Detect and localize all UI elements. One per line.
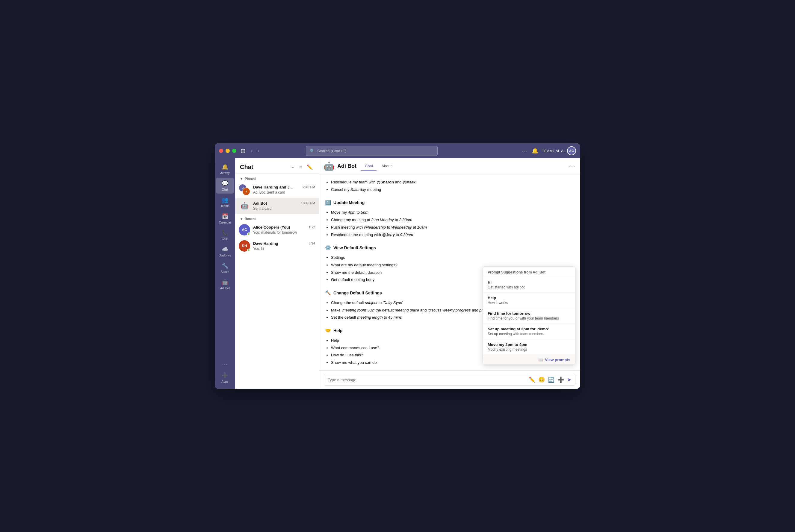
view-settings-title: View Default Settings <box>333 245 376 251</box>
sidebar-item-teams[interactable]: 👥 Teams <box>216 194 234 210</box>
sidebar-item-calls[interactable]: 📞 Calls <box>216 227 234 243</box>
chat-header-tabs: Chat About <box>361 162 395 171</box>
prompt-item-move-meeting[interactable]: Move my 2pm to 4pm Modify existing meeti… <box>483 339 575 355</box>
tab-about[interactable]: About <box>378 162 395 171</box>
alice-avatar: AC <box>239 224 250 235</box>
message-input[interactable] <box>328 378 526 382</box>
loop-icon[interactable]: 🔄 <box>548 376 555 383</box>
teams-label: Teams <box>220 204 229 208</box>
sidebar-nav: 🔔 Activity 💬 Chat 👥 Teams 📅 Calendar 📞 C… <box>215 158 235 389</box>
prompt-suggestions-title: Prompt Suggestions from Adi Bot <box>483 267 575 277</box>
calendar-label: Calendar <box>219 221 231 224</box>
search-bar[interactable]: 🔍 <box>306 146 438 156</box>
chat-more-options[interactable]: ··· <box>569 163 575 169</box>
forward-button[interactable]: › <box>255 147 260 155</box>
avatar-j: J <box>242 188 250 195</box>
sidebar-item-admin[interactable]: 🔧 Admin <box>216 260 234 276</box>
dave-time: 6/14 <box>309 242 315 245</box>
teams-icon: 👥 <box>222 196 228 203</box>
list-item: Reschedule the meeting with @Jerry to 9:… <box>331 232 574 238</box>
update-emoji-icon: 1️⃣ <box>325 199 331 207</box>
traffic-lights <box>219 149 236 153</box>
list-item: Reschedule my team with @Sharon and @Mar… <box>331 179 574 186</box>
titlebar-right: ··· 🔔 TEAMCAL AI AC <box>522 146 576 155</box>
adibot-label: Adi Bot <box>220 287 230 290</box>
prompt-item-find-time[interactable]: Find time for tomorrow Find time for you… <box>483 308 575 324</box>
sidebar-item-apps[interactable]: ➕ Apps <box>216 370 234 386</box>
message-input-area: ✏️ 😊 🔄 ➕ ➤ <box>319 370 580 389</box>
close-button[interactable] <box>219 149 223 153</box>
message-section-top: Reschedule my team with @Sharon and @Mar… <box>325 179 574 193</box>
chat-list-title: Chat <box>240 164 253 171</box>
send-button[interactable]: ➤ <box>567 376 572 383</box>
alice-chat-info: Alice Coopers (You) 10/2 You: materials … <box>253 225 315 235</box>
search-icon: 🔍 <box>310 148 315 153</box>
chat-item-dave-harding-pinned[interactable]: D J Dave Harding and J... 2:49 PM Adi Bo… <box>235 182 319 198</box>
chat-item-adi-bot-pinned[interactable]: 🤖 Adi Bot 10:48 PM Sent a card <box>235 198 319 214</box>
format-icon[interactable]: ✏️ <box>529 376 535 383</box>
sidebar-item-adibot[interactable]: 🤖 Adi Bot <box>216 277 234 292</box>
chat-icon: 💬 <box>222 180 228 187</box>
change-settings-title: Change Default Settings <box>333 290 382 296</box>
chat-list-panel: Chat ··· ≡ ✏️ ▼ Pinned D J Da <box>235 158 319 389</box>
dave-chat-info: Dave Harding 6/14 You: hi <box>253 241 315 251</box>
change-settings-emoji-icon: 🔨 <box>325 289 331 297</box>
user-profile[interactable]: TEAMCAL AI AC <box>542 146 576 155</box>
teams-logo-icon: ⊞ <box>240 147 246 154</box>
message-section-update: 1️⃣ Update Meeting Move my 4pm to 5pm Ch… <box>325 199 574 238</box>
chat-time: 2:49 PM <box>303 185 315 189</box>
sidebar-item-calendar[interactable]: 📅 Calendar <box>216 211 234 227</box>
tab-chat[interactable]: Chat <box>361 162 377 171</box>
chat-item-alice[interactable]: AC Alice Coopers (You) 10/2 You: materia… <box>235 222 319 238</box>
search-input[interactable] <box>317 149 434 153</box>
alice-preview: You: materials for tomorrow <box>253 230 297 234</box>
activity-label: Activity <box>220 171 230 175</box>
sidebar-item-chat[interactable]: 💬 Chat <box>216 178 234 194</box>
sidebar-item-more[interactable]: ··· <box>216 360 234 369</box>
titlebar: ⊞ ‹ › 🔍 ··· 🔔 TEAMCAL AI AC <box>215 143 580 158</box>
sidebar-item-onedrive[interactable]: ☁️ OneDrive <box>216 244 234 260</box>
more-options-icon[interactable]: ··· <box>522 148 528 154</box>
prompt-set-meeting-title: Set up meeting at 2pm for 'demo' <box>488 327 570 331</box>
prompt-item-set-meeting[interactable]: Set up meeting at 2pm for 'demo' Set up … <box>483 324 575 339</box>
attach-icon[interactable]: ➕ <box>558 376 564 383</box>
chat-header: 🤖 Adi Bot Chat About ··· <box>319 158 580 174</box>
compose-button[interactable]: ✏️ <box>306 163 314 171</box>
dave-avatar: DH <box>239 240 250 252</box>
pinned-label: Pinned <box>245 177 256 180</box>
back-button[interactable]: ‹ <box>249 147 254 155</box>
list-item: Change my meeting at 2 on Monday to 2:30… <box>331 217 574 223</box>
prompt-hi-title: Hi <box>488 280 570 285</box>
dave-name-row: Dave Harding 6/14 <box>253 241 315 246</box>
bot-chat-time: 10:48 PM <box>301 202 315 205</box>
minimize-button[interactable] <box>225 149 230 153</box>
help-emoji-icon: 🤝 <box>325 327 331 335</box>
dave-preview: You: hi <box>253 247 264 251</box>
user-name-label: TEAMCAL AI <box>542 149 565 153</box>
filter-button[interactable]: ≡ <box>298 163 303 171</box>
chat-name-row: Dave Harding and J... 2:49 PM <box>253 185 315 189</box>
alice-name-row: Alice Coopers (You) 10/2 <box>253 225 315 229</box>
bot-chat-preview: Sent a card <box>253 207 271 211</box>
maximize-button[interactable] <box>232 149 236 153</box>
sidebar-item-activity[interactable]: 🔔 Activity <box>216 161 234 177</box>
apps-icon: ➕ <box>222 372 228 379</box>
book-icon: 📖 <box>538 358 543 362</box>
more-options-button[interactable]: ··· <box>289 163 295 171</box>
recent-label: Recent <box>245 217 256 221</box>
prompt-item-help[interactable]: Help How it works <box>483 292 575 308</box>
admin-icon: 🔧 <box>222 262 228 269</box>
dave-name: Dave Harding <box>253 241 278 246</box>
notification-icon[interactable]: 🔔 <box>532 148 538 154</box>
chat-header-avatar-icon: 🤖 <box>324 161 334 171</box>
emoji-icon[interactable]: 😊 <box>538 376 545 383</box>
pinned-section-header: ▼ Pinned <box>235 174 319 182</box>
recent-arrow-icon: ▼ <box>240 217 243 221</box>
onedrive-label: OneDrive <box>219 254 231 257</box>
view-prompts-button[interactable]: 📖 View prompts <box>538 358 570 362</box>
chat-name-row-bot: Adi Bot 10:48 PM <box>253 201 315 206</box>
prompt-item-hi[interactable]: Hi Get started with adi bot <box>483 277 575 292</box>
chat-info: Dave Harding and J... 2:49 PM Adi Bot: S… <box>253 185 315 195</box>
more-icon: ··· <box>222 362 228 367</box>
chat-item-dave[interactable]: DH Dave Harding 6/14 You: hi <box>235 238 319 254</box>
